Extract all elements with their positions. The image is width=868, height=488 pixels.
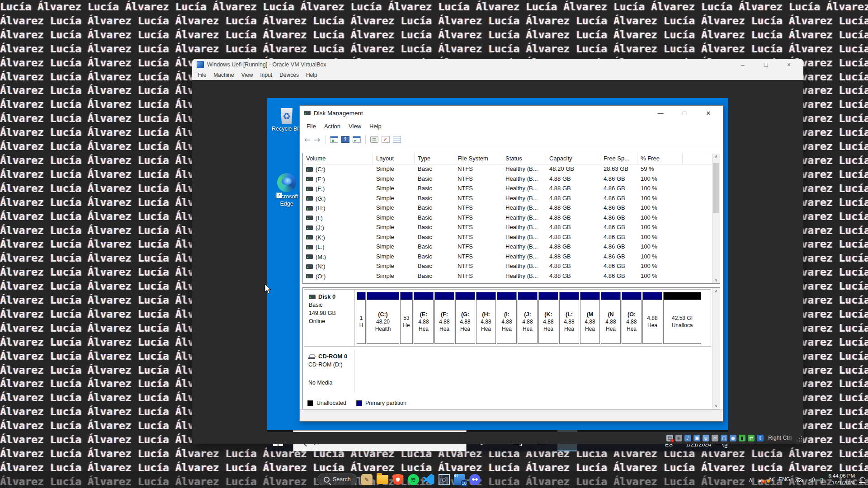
search-button[interactable]: Search <box>317 474 357 485</box>
maximize-button[interactable]: □ <box>674 110 695 117</box>
minimize-button[interactable]: – <box>733 59 753 70</box>
dm-menu-help[interactable]: Help <box>365 122 386 131</box>
column-header[interactable]: Layout <box>373 153 415 164</box>
column-header[interactable]: Type <box>415 153 454 164</box>
partition-block[interactable]: (L:4.88Hea <box>559 292 579 344</box>
close-button[interactable]: × <box>779 59 799 70</box>
partition-block[interactable]: 1H <box>357 292 366 344</box>
column-header[interactable]: File System <box>454 153 502 164</box>
minimize-button[interactable]: — <box>650 110 671 117</box>
resize-grip[interactable] <box>796 436 802 442</box>
virtualbox-vm-icon[interactable]: 6410 <box>454 474 465 485</box>
vbox-menu-help[interactable]: Help <box>302 71 321 79</box>
help-icon[interactable]: ? <box>341 136 349 143</box>
maximize-button[interactable]: □ <box>756 59 776 70</box>
volume-row[interactable]: (L:)SimpleBasicNTFSHealthy (B...4.88 GB4… <box>303 242 720 252</box>
column-header[interactable]: Free Sp... <box>600 153 637 164</box>
vbox-menu-input[interactable]: Input <box>257 71 276 79</box>
partition-block[interactable]: (O:4.88Hea <box>622 292 642 344</box>
vbox-menu-file[interactable]: File <box>194 71 210 79</box>
partition-block[interactable]: (H:4.88Hea <box>476 292 496 344</box>
partition-block[interactable]: (I:4.88Hea <box>497 292 517 344</box>
wifi-icon[interactable] <box>795 477 803 482</box>
graph-scrollbar[interactable]: ∧ ∨ <box>712 288 720 409</box>
display-icon[interactable]: ▢ <box>721 435 727 441</box>
shared-folders-icon[interactable]: ▱ <box>712 435 718 441</box>
forward-arrow-icon[interactable]: → <box>314 135 320 144</box>
dm-menu-file[interactable]: File <box>302 122 320 131</box>
notifications-bell-icon[interactable] <box>860 477 865 482</box>
network-icon[interactable]: ▮ <box>739 435 745 441</box>
sync-status-icon[interactable]: ↻ <box>769 476 774 483</box>
volume-row[interactable]: (J:)SimpleBasicNTFSHealthy (B...4.88 GB4… <box>303 223 720 233</box>
scrollbar-thumb[interactable] <box>713 163 719 213</box>
volume-row[interactable]: (M:)SimpleBasicNTFSHealthy (B...4.88 GB4… <box>303 252 720 262</box>
discord-icon[interactable] <box>469 474 481 485</box>
3d-viewer-icon[interactable]: ◇ <box>439 474 450 485</box>
partition-block[interactable]: (K:4.88Hea <box>538 292 558 344</box>
recycle-bin-desktop-icon[interactable]: ♻ Recycle Bin <box>271 108 302 133</box>
column-header[interactable]: Capacity <box>546 153 600 164</box>
usb-devices-icon[interactable]: ψ <box>703 435 709 441</box>
hidden-icons-chevron-icon[interactable]: ∧ <box>749 476 753 483</box>
recording-icon[interactable]: ● <box>730 435 736 441</box>
onedrive-error-icon[interactable]: ☁ <box>758 476 764 483</box>
dm-menu-action[interactable]: Action <box>320 122 344 131</box>
brave-browser-icon[interactable] <box>392 474 404 485</box>
edge-desktop-icon[interactable]: ↗ Microsoft Edge <box>271 173 302 207</box>
audio-icon[interactable]: ♪ <box>684 435 691 441</box>
host-clock[interactable]: 6:44:06 PM 1/21/2024 <box>828 473 855 486</box>
hdd-activity-icon[interactable]: ▤ <box>666 435 673 441</box>
close-button[interactable]: ✕ <box>698 110 719 117</box>
optical-drives-icon[interactable]: ◉ <box>675 435 682 441</box>
battery-icon[interactable]: ▯ <box>820 476 823 483</box>
volume-row[interactable]: (E:)SimpleBasicNTFSHealthy (B...4.88 GB4… <box>303 174 720 184</box>
volume-row[interactable]: (C:)SimpleBasicNTFSHealthy (B...48.20 GB… <box>303 164 720 174</box>
partition-block[interactable]: (M4.88Hea <box>580 292 600 344</box>
file-explorer-icon[interactable] <box>377 475 388 484</box>
column-header[interactable]: Volume <box>303 153 373 164</box>
partition-block[interactable]: 4.88Hea <box>642 292 662 344</box>
scroll-up-icon[interactable]: ∧ <box>715 154 718 159</box>
disk-management-titlebar[interactable]: Disk Management — □ ✕ <box>300 106 723 120</box>
scroll-up-icon[interactable]: ∧ <box>715 289 718 293</box>
partition-block[interactable]: (C:)48.20Health <box>367 292 399 344</box>
volume-list-header[interactable]: VolumeLayoutTypeFile SystemStatusCapacit… <box>303 153 720 164</box>
spotify-icon[interactable]: ≋ <box>408 474 419 485</box>
education-app-icon[interactable]: ✎ <box>361 474 373 485</box>
display-windows-icon[interactable]: ▣ <box>693 435 700 441</box>
partition-block[interactable]: (J:4.88Hea <box>518 292 538 344</box>
volume-row[interactable]: (O:)SimpleBasicNTFSHealthy (B...4.88 GB4… <box>303 272 720 282</box>
start-button[interactable] <box>302 474 313 485</box>
cdrom-info-panel[interactable]: CD-ROM 0 CD-ROM (D:) No Media <box>304 349 354 393</box>
unallocated-block[interactable]: 42.58 GIUnalloca <box>663 292 701 344</box>
partition-block[interactable]: (N4.88Hea <box>601 292 621 344</box>
language-indicator[interactable]: ENG <box>778 476 790 483</box>
console-action-icon[interactable] <box>353 136 361 143</box>
properties-icon[interactable] <box>393 136 401 143</box>
partition-block[interactable]: 53He <box>400 292 413 344</box>
virtualbox-titlebar[interactable]: Windows Uefi [Running] - Oracle VM Virtu… <box>192 59 803 70</box>
vbox-menu-view[interactable]: View <box>238 71 257 79</box>
console-window-icon[interactable] <box>330 136 338 143</box>
volume-row[interactable]: (N:)SimpleBasicNTFSHealthy (B...4.88 GB4… <box>303 262 720 272</box>
status-bubble-icon[interactable] <box>370 136 378 143</box>
disk0-info-panel[interactable]: Disk 0 Basic 149.98 GB Online <box>304 290 355 346</box>
volume-row[interactable] <box>303 281 720 284</box>
dm-menu-view[interactable]: View <box>344 122 365 131</box>
volume-row[interactable]: (K:)SimpleBasicNTFSHealthy (B...4.88 GB4… <box>303 233 720 243</box>
volume-row[interactable]: (F:)SimpleBasicNTFSHealthy (B...4.88 GB4… <box>303 184 720 194</box>
vbox-menu-devices[interactable]: Devices <box>276 71 302 79</box>
column-header[interactable]: % Free <box>637 153 683 164</box>
scroll-down-icon[interactable]: ∨ <box>715 278 718 282</box>
partition-block[interactable]: (F:4.88Hea <box>434 292 454 344</box>
mouse-integration-icon[interactable]: ⇄ <box>748 435 755 441</box>
vscode-icon[interactable] <box>423 474 434 485</box>
back-arrow-icon[interactable]: ← <box>304 135 311 144</box>
vbox-menu-machine[interactable]: Machine <box>210 71 237 79</box>
volume-row[interactable]: (H:)SimpleBasicNTFSHealthy (B...4.88 GB4… <box>303 203 720 213</box>
column-header[interactable]: Status <box>502 153 546 164</box>
keyboard-capture-icon[interactable]: ⇩ <box>757 435 764 441</box>
scroll-down-icon[interactable]: ∨ <box>715 404 718 408</box>
check-action-icon[interactable]: ✓ <box>382 136 390 143</box>
